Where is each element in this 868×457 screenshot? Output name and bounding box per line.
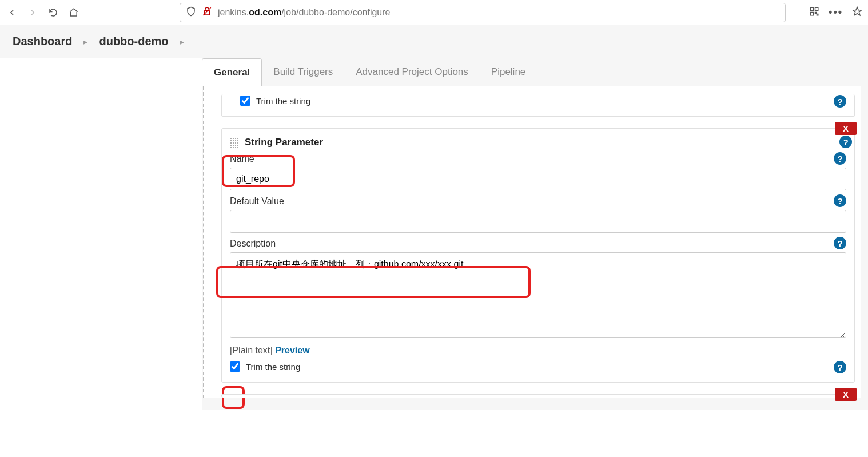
default-value-input[interactable] <box>230 210 846 233</box>
svg-rect-5 <box>815 13 817 14</box>
insecure-lock-icon <box>202 6 212 18</box>
help-icon[interactable]: ? <box>834 361 846 373</box>
svg-marker-7 <box>853 7 862 15</box>
default-value-label: Default Value <box>230 196 284 206</box>
tab-build-triggers[interactable]: Build Triggers <box>262 58 344 86</box>
forward-button[interactable] <box>26 6 39 19</box>
string-parameter-block: X ? String Parameter Name ? <box>221 128 855 383</box>
parameter-type-title: String Parameter <box>245 137 323 148</box>
next-param-block-head: X <box>221 394 855 398</box>
breadcrumb: Dashboard ▸ dubbo-demo ▸ <box>0 25 868 58</box>
shield-icon <box>186 6 196 18</box>
help-icon[interactable]: ? <box>834 237 846 249</box>
tab-general[interactable]: General <box>202 58 262 86</box>
svg-rect-6 <box>817 14 818 15</box>
trim-string-checkbox[interactable] <box>240 96 250 106</box>
svg-rect-2 <box>810 7 813 10</box>
qr-icon[interactable] <box>809 6 819 18</box>
trim-string-checkbox[interactable] <box>230 361 240 372</box>
back-button[interactable] <box>6 6 18 19</box>
reload-button[interactable] <box>47 6 59 19</box>
prev-param-block-tail: Trim the string ? <box>221 94 855 117</box>
preview-link[interactable]: Preview <box>275 345 309 355</box>
name-input[interactable] <box>230 168 846 190</box>
description-textarea[interactable] <box>230 252 846 338</box>
plain-text-indicator: [Plain text] <box>230 345 275 355</box>
trim-string-label: Trim the string <box>256 96 310 106</box>
drag-handle-icon[interactable] <box>230 137 239 148</box>
tab-pipeline[interactable]: Pipeline <box>480 58 537 86</box>
trim-string-label: Trim the string <box>246 362 300 372</box>
config-panel: General Build Triggers Advanced Project … <box>202 58 868 410</box>
url-bar[interactable]: jenkins.od.com/job/dubbo-demo/configure <box>180 3 786 22</box>
url-text: jenkins.od.com/job/dubbo-demo/configure <box>218 7 391 18</box>
annotation-box <box>222 386 245 409</box>
delete-parameter-button[interactable]: X <box>835 388 857 401</box>
help-icon[interactable]: ? <box>834 194 846 207</box>
home-button[interactable] <box>67 6 80 19</box>
help-icon[interactable]: ? <box>839 136 852 148</box>
help-icon[interactable]: ? <box>834 95 846 108</box>
left-column <box>0 58 202 410</box>
bookmark-star-icon[interactable] <box>852 6 862 18</box>
chevron-right-icon: ▸ <box>180 37 184 46</box>
chevron-right-icon: ▸ <box>83 37 87 46</box>
name-label: Name <box>230 154 254 164</box>
browser-toolbar: jenkins.od.com/job/dubbo-demo/configure … <box>0 0 868 25</box>
description-label: Description <box>230 239 276 248</box>
config-tabs: General Build Triggers Advanced Project … <box>202 58 861 86</box>
menu-icon[interactable]: ••• <box>829 6 843 18</box>
svg-rect-4 <box>810 13 813 15</box>
breadcrumb-job[interactable]: dubbo-demo <box>99 35 168 48</box>
breadcrumb-dashboard[interactable]: Dashboard <box>13 35 72 48</box>
tab-advanced-project-options[interactable]: Advanced Project Options <box>344 58 480 86</box>
svg-rect-3 <box>815 7 818 10</box>
delete-parameter-button[interactable]: X <box>835 122 857 135</box>
help-icon[interactable]: ? <box>834 152 846 165</box>
